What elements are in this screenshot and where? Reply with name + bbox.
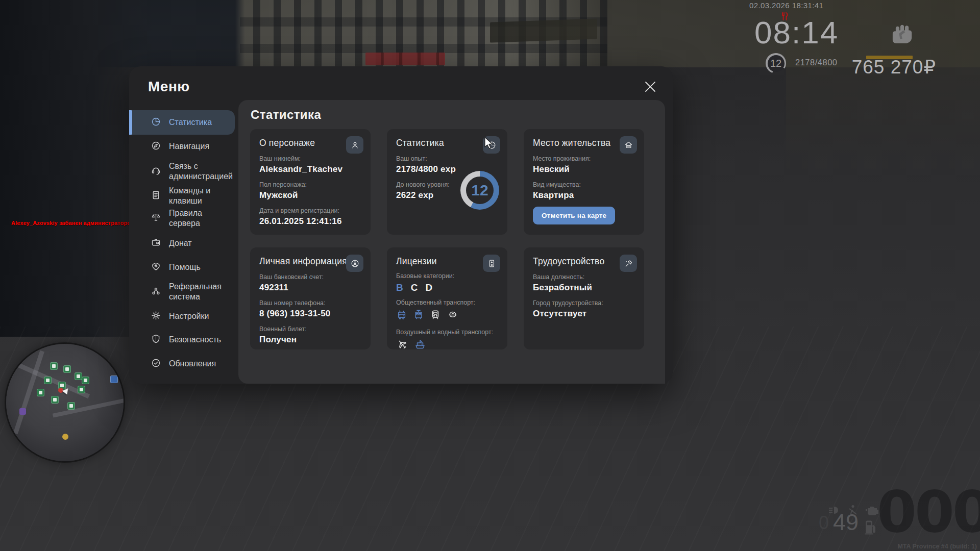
document-icon: [151, 190, 161, 203]
minimap-house-marker: [37, 389, 44, 396]
field-value: 2178/4800 exp: [396, 164, 461, 174]
field-label: До нового уровня:: [396, 181, 461, 188]
minimap-road: [53, 396, 124, 417]
field-label: Ваш никнейм:: [259, 155, 361, 162]
scales-icon: [151, 212, 161, 225]
heart-handshake-icon: [151, 261, 161, 274]
minimap-house-marker: [63, 365, 71, 373]
menu-title: Меню: [148, 79, 190, 95]
network-icon: [151, 286, 161, 298]
red-awning: [365, 53, 445, 65]
field-label: Город трудоустройства:: [533, 299, 635, 307]
sidebar-item-label: Статистика: [169, 117, 212, 128]
field-value: 2622 exp: [396, 190, 461, 201]
card-residence: Место жительства Место проживания: Невск…: [524, 129, 644, 235]
sidebar-item-navigation[interactable]: Навигация: [129, 135, 235, 158]
card-employment: Трудоустройство Ваша должность: Безработ…: [524, 247, 644, 349]
pie-chart-icon: [483, 136, 500, 154]
field-label: Ваш опыт:: [396, 155, 461, 162]
sidebar-item-label: Донат: [169, 238, 192, 248]
field-label: Военный билет:: [259, 325, 361, 333]
category-b: B: [396, 282, 403, 293]
boat-icon: [414, 338, 426, 353]
mark-on-map-button[interactable]: Отметить на карте: [533, 207, 615, 224]
plane-icon: [396, 338, 408, 353]
license-categories: B C D: [396, 282, 498, 293]
card-statistics: Статистика Ваш опыт: 2178/4800 exp До но…: [387, 129, 507, 235]
air-water-transport-icons: [396, 338, 498, 353]
exp-progress-ring: 12: [460, 171, 499, 210]
field-value: 8 (963) 193-31-50: [259, 309, 361, 319]
field-value: Квартира: [533, 190, 635, 201]
sidebar-item-label: Навигация: [169, 141, 209, 152]
sidebar-item-label: Правила сервера: [169, 208, 235, 229]
hud-datetime: 02.03.2026 18:31:41: [749, 1, 823, 10]
tram-icon: [413, 309, 424, 323]
sidebar-item-label: Команды и клавиши: [169, 186, 230, 206]
field-label: Пол персонажа:: [259, 181, 361, 188]
train-icon: [430, 309, 441, 323]
licenses-basic-label: Базовые категории:: [396, 272, 498, 280]
minimap-house-marker: [67, 402, 75, 410]
field-value: Безработный: [533, 283, 635, 293]
field-value: Отсутствует: [533, 309, 635, 319]
odometer-digit: 0: [819, 512, 829, 534]
sidebar-item-security[interactable]: Безопасность: [129, 328, 235, 352]
hud-money: 765 270₽: [838, 56, 936, 78]
sidebar-item-label: Связь с администрацией: [169, 161, 235, 182]
sidebar-item-label: Обновления: [169, 359, 216, 369]
field-value: 26.01.2025 12:41:16: [259, 216, 361, 227]
sidebar-item-server-rules[interactable]: Правила сервера: [129, 206, 235, 231]
minimap-house-marker: [50, 362, 58, 370]
level-value: 12: [460, 171, 499, 210]
public-transport-icons: [396, 309, 498, 323]
field-value: Мужской: [259, 190, 361, 201]
fist-icon: [887, 17, 917, 49]
card-licenses: Лицензии Базовые категории: B C D Общест…: [387, 247, 507, 349]
sidebar-item-label: Помощь: [169, 262, 201, 272]
minimap-blue-marker: [110, 375, 118, 383]
minimap: [6, 344, 124, 461]
license-icon: [483, 255, 500, 272]
level-progress-ring: 12: [766, 53, 786, 73]
licenses-air-label: Воздушный и водный транспорт:: [396, 329, 498, 336]
field-label: Ваш номер телефона:: [259, 299, 361, 307]
category-c: C: [411, 282, 418, 293]
headset-icon: [151, 165, 161, 178]
bar-sign: [490, 18, 597, 42]
minimap-house-marker: [51, 396, 59, 404]
sidebar-item-donate[interactable]: Донат: [129, 231, 235, 256]
wallet-icon: [151, 237, 161, 250]
field-value: Получен: [259, 335, 361, 345]
sidebar-item-help[interactable]: Помощь: [129, 255, 235, 280]
pie-chart-icon: [151, 116, 161, 129]
sidebar-item-settings[interactable]: Настройки: [129, 304, 235, 329]
minimap-house-marker: [82, 377, 89, 384]
sidebar-item-label: Настройки: [169, 311, 209, 321]
field-value: Aleksandr_Tkachev: [259, 164, 361, 174]
field-value: 492311: [259, 283, 361, 293]
minimap-purple-marker: [19, 408, 26, 415]
card-personal-info: Личная информация Ваш банковский счет: 4…: [250, 247, 371, 349]
fuel-value: 49: [833, 509, 859, 536]
hud-clock: 08:14: [754, 14, 839, 51]
menu-content: Статистика О персонаже Ваш никнейм: Alek…: [238, 100, 665, 384]
minimap-yellow-marker: [62, 434, 68, 440]
field-label: Ваша должность:: [533, 273, 635, 281]
field-value: Невский: [533, 164, 635, 174]
compass-icon: [151, 140, 161, 153]
stats-cards: О персонаже Ваш никнейм: Aleksandr_Tkach…: [250, 129, 644, 349]
trolleybus-icon: [396, 309, 407, 323]
sidebar-item-updates[interactable]: Обновления: [129, 352, 235, 376]
sidebar-item-statistics[interactable]: Статистика: [129, 110, 235, 135]
field-label: Ваш банковский счет:: [259, 273, 361, 281]
house-icon: [620, 136, 637, 154]
sidebar-item-referral[interactable]: Реферальная система: [129, 278, 235, 306]
close-icon[interactable]: [643, 80, 657, 94]
menu-panel: Меню Статистика Навигация Связь с админи…: [129, 66, 673, 384]
sidebar-item-label: Реферальная система: [169, 282, 235, 302]
speedometer-value: 000: [877, 479, 980, 545]
taxi-cap-icon: [447, 309, 459, 322]
shield-icon: [151, 334, 161, 346]
minimap-house-marker: [75, 372, 82, 380]
